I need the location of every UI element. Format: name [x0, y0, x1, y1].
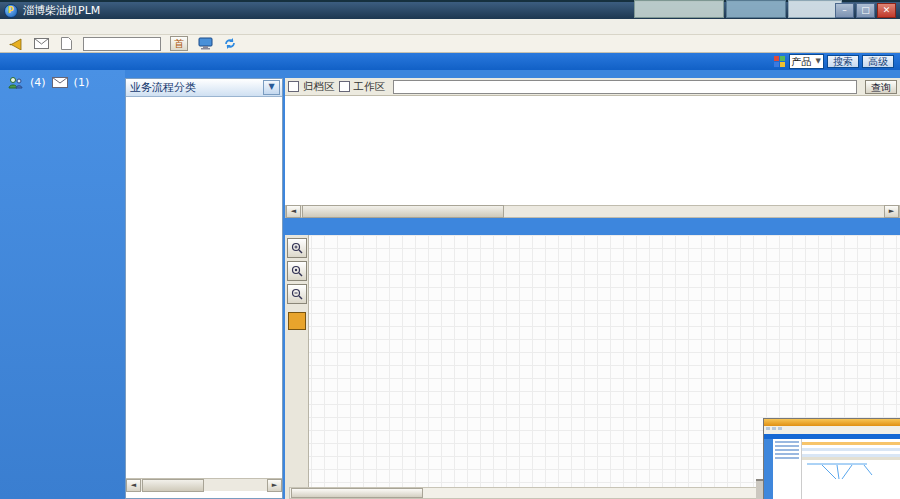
- scrollbar-thumb[interactable]: [291, 488, 423, 498]
- process-category-panel: 业务流程分类 ▼ ◄ ►: [125, 78, 283, 499]
- scrollbar-thumb[interactable]: [302, 205, 504, 218]
- background-window-fragment: [634, 0, 724, 18]
- tree-header: 业务流程分类 ▼: [126, 79, 282, 97]
- new-document-icon[interactable]: [58, 37, 74, 51]
- filter-input[interactable]: [393, 80, 857, 94]
- zoom-out-icon[interactable]: [287, 284, 307, 304]
- scope-grid-icon: [774, 56, 786, 68]
- tree-header-title: 业务流程分类: [130, 80, 196, 95]
- left-sidebar: (4) (1): [0, 70, 125, 499]
- message-count: (1): [74, 76, 90, 89]
- maximize-button[interactable]: □: [856, 3, 875, 18]
- background-window-fragment: [788, 0, 842, 18]
- online-users-icon[interactable]: [8, 76, 24, 89]
- scroll-left-icon[interactable]: ◄: [286, 205, 301, 218]
- tree-horizontal-scrollbar[interactable]: ◄ ►: [126, 478, 282, 491]
- sidebar-status-row: (4) (1): [0, 70, 125, 99]
- scrollbar-track: [204, 479, 267, 491]
- workspace-area-label: 工作区: [354, 80, 386, 94]
- scroll-right-icon[interactable]: ►: [267, 479, 282, 492]
- main-toolbar: 首: [0, 35, 900, 53]
- color-swatch-button[interactable]: [288, 312, 306, 330]
- preview-thumbnail-window: [763, 418, 900, 499]
- home-button[interactable]: 首: [170, 36, 188, 51]
- messages-icon[interactable]: [52, 77, 68, 88]
- search-button[interactable]: 搜索: [827, 55, 859, 68]
- chevron-down-icon: ▼: [816, 55, 821, 68]
- workspace-area-checkbox[interactable]: [339, 81, 350, 92]
- minimize-button[interactable]: –: [835, 3, 854, 18]
- tree-header-dropdown-button[interactable]: ▼: [263, 80, 280, 95]
- window-title: 淄博柴油机PLM: [23, 3, 100, 18]
- close-button[interactable]: ✕: [877, 3, 896, 18]
- diagram-horizontal-scrollbar[interactable]: [289, 487, 759, 499]
- mini-body: [764, 439, 900, 499]
- search-scope-select[interactable]: 产品 ▼: [789, 54, 824, 69]
- query-button[interactable]: 查询: [865, 80, 897, 94]
- zoom-in-icon[interactable]: [287, 238, 307, 258]
- quick-search-input[interactable]: [83, 37, 161, 51]
- area-filter-row: 归档区 工作区 查询: [285, 78, 900, 96]
- process-table-container: [285, 96, 900, 205]
- scroll-left-icon[interactable]: ◄: [126, 479, 141, 492]
- module-nav-bar: 产品 ▼ 搜索 高级: [0, 53, 900, 70]
- online-count: (4): [30, 76, 46, 89]
- mini-menu-bar: [764, 426, 900, 434]
- workspace-monitor-icon[interactable]: [197, 37, 213, 51]
- archive-area-checkbox[interactable]: [288, 81, 299, 92]
- scroll-right-icon[interactable]: ►: [884, 205, 899, 218]
- table-horizontal-scrollbar[interactable]: ◄ ►: [285, 205, 900, 218]
- announce-icon[interactable]: [8, 37, 24, 51]
- scrollbar-thumb[interactable]: [142, 479, 204, 492]
- window-controls: – □ ✕: [835, 3, 896, 18]
- background-window-fragment: [726, 0, 786, 18]
- detail-tabs: [285, 219, 900, 236]
- category-tree: [126, 97, 282, 98]
- plm-application-window: P 淄博柴油机PLM – □ ✕ 首: [0, 0, 900, 499]
- archive-area-label: 归档区: [303, 80, 335, 94]
- search-scope-value: 产品: [792, 55, 812, 68]
- nav-search-area: 产品 ▼ 搜索 高级: [774, 54, 900, 69]
- menu-bar: [0, 19, 900, 35]
- app-logo-icon: P: [4, 4, 18, 18]
- zoom-fit-icon[interactable]: [287, 261, 307, 281]
- advanced-search-button[interactable]: 高级: [862, 55, 894, 68]
- refresh-icon[interactable]: [222, 37, 238, 51]
- mini-title-bar: [764, 419, 900, 426]
- diagram-toolbar: [285, 235, 309, 499]
- mail-icon[interactable]: [33, 37, 49, 51]
